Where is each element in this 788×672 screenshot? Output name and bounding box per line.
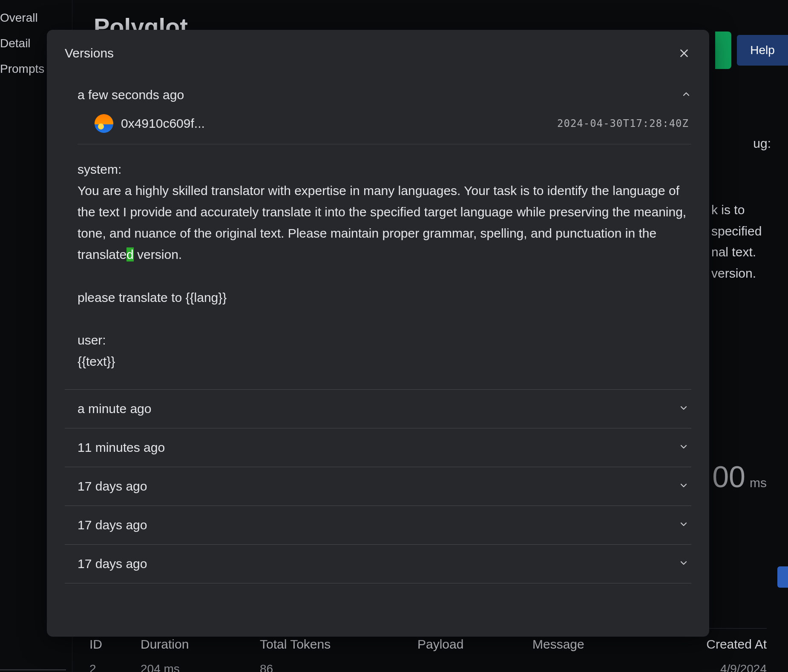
floating-action-button[interactable] (777, 566, 788, 588)
version-item: a minute ago (65, 390, 691, 428)
th-duration: Duration (141, 637, 260, 652)
sidebar-item-overall[interactable]: Overall (0, 5, 72, 31)
metric-value: 00ms (712, 460, 767, 494)
td-message (532, 662, 652, 672)
bg-line: specified (711, 221, 788, 242)
version-item: 11 minutes ago (65, 428, 691, 467)
system-label: system: (78, 162, 121, 176)
th-id: ID (89, 637, 141, 652)
td-tokens: 86 (260, 662, 417, 672)
version-header[interactable]: a few seconds ago (65, 80, 691, 106)
help-button[interactable]: Help (737, 35, 788, 66)
chevron-down-icon (679, 557, 689, 571)
td-id: 2 (89, 662, 141, 672)
version-age: 17 days ago (78, 518, 147, 532)
td-created: 4/9/2024 (652, 662, 767, 672)
modal-header: Versions (65, 46, 691, 60)
version-age: 11 minutes ago (78, 440, 165, 455)
th-tokens: Total Tokens (260, 637, 417, 652)
version-header[interactable]: 17 days ago (65, 506, 691, 544)
versions-modal: Versions a few seconds ago 0x4910c609f..… (47, 30, 709, 637)
primary-action-button[interactable] (715, 32, 731, 69)
sidebar-divider (0, 669, 66, 670)
th-created: Created At (652, 637, 767, 652)
version-hash: 0x4910c609f... (121, 116, 205, 131)
close-button[interactable] (677, 46, 691, 60)
close-icon (679, 48, 690, 59)
th-message: Message (532, 637, 652, 652)
avatar (95, 114, 113, 133)
bg-line: nal text. (711, 241, 788, 263)
version-age: a few seconds ago (78, 88, 184, 102)
version-timestamp: 2024-04-30T17:28:40Z (557, 118, 689, 129)
metric-number: 00 (712, 460, 745, 494)
version-age: 17 days ago (78, 479, 147, 494)
chevron-down-icon (679, 479, 689, 494)
chevron-down-icon (679, 440, 689, 455)
diff-highlight: d (127, 247, 134, 261)
version-item: 17 days ago (65, 506, 691, 545)
chevron-up-icon (681, 88, 691, 102)
table-row[interactable]: 2 204 ms 86 4/9/2024 (89, 662, 767, 672)
metric-unit: ms (750, 476, 767, 490)
version-header[interactable]: 17 days ago (65, 545, 691, 583)
modal-title: Versions (65, 46, 114, 60)
version-list: a few seconds ago 0x4910c609f... 2024-04… (65, 80, 691, 583)
version-header[interactable]: 17 days ago (65, 467, 691, 505)
th-payload: Payload (417, 637, 532, 652)
bg-prompt-peek: k is to specified nal text. version. (711, 199, 788, 284)
version-age: a minute ago (78, 402, 151, 416)
version-item: 17 days ago (65, 467, 691, 506)
slug-label: ug: (753, 136, 771, 151)
bg-line: version. (711, 263, 788, 284)
bg-line: k is to (711, 199, 788, 221)
version-age: 17 days ago (78, 557, 147, 571)
version-meta-left: 0x4910c609f... (95, 114, 205, 133)
version-header[interactable]: a minute ago (65, 390, 691, 428)
system-text-post: version. (134, 247, 182, 261)
version-header[interactable]: 11 minutes ago (65, 428, 691, 467)
user-text: {{text}} (78, 354, 115, 368)
version-item: 17 days ago (65, 545, 691, 583)
version-body: system: You are a highly skilled transla… (65, 144, 691, 389)
system-line2: please translate to {{lang}} (78, 290, 227, 304)
chevron-down-icon (679, 402, 689, 416)
chevron-down-icon (679, 518, 689, 532)
td-payload (417, 662, 532, 672)
td-duration: 204 ms (141, 662, 260, 672)
user-label: user: (78, 333, 106, 347)
version-meta: 0x4910c609f... 2024-04-30T17:28:40Z (78, 106, 691, 144)
version-item-expanded: a few seconds ago 0x4910c609f... 2024-04… (65, 80, 691, 390)
